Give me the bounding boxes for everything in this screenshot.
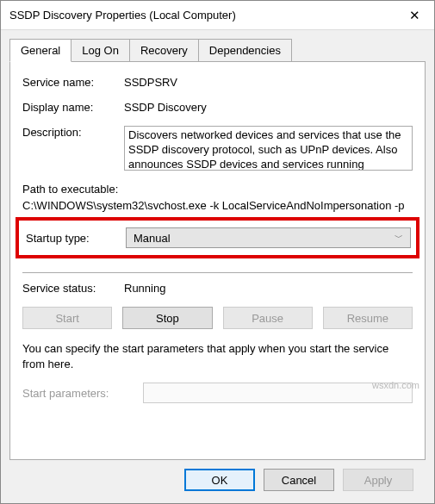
tab-panel-general: Service name: SSDPSRV Display name: SSDP… (9, 61, 426, 460)
close-button[interactable]: ✕ (395, 1, 434, 30)
startup-type-value: Manual (134, 232, 171, 245)
watermark-text: wsxdn.com (372, 380, 419, 390)
chevron-down-icon: ﹀ (395, 232, 403, 244)
window-title: SSDP Discovery Properties (Local Compute… (9, 9, 395, 22)
path-label-row: Path to executable: (22, 183, 413, 196)
cancel-button[interactable]: Cancel (264, 469, 334, 491)
path-value: C:\WINDOWS\system32\svchost.exe -k Local… (22, 199, 413, 212)
titlebar: SSDP Discovery Properties (Local Compute… (1, 1, 434, 30)
display-name-value: SSDP Discovery (124, 101, 413, 114)
pause-button: Pause (223, 307, 313, 329)
properties-window: SSDP Discovery Properties (Local Compute… (0, 0, 435, 504)
tab-log-on[interactable]: Log On (71, 39, 130, 61)
startup-type-label: Startup type: (24, 232, 126, 245)
path-label: Path to executable: (22, 183, 118, 196)
start-button: Start (22, 307, 112, 329)
dialog-footer: OK Cancel Apply (9, 460, 426, 503)
startup-type-dropdown[interactable]: Manual ﹀ (126, 227, 411, 248)
tab-general[interactable]: General (9, 39, 71, 62)
description-row: Description: Discovers networked devices… (22, 126, 413, 171)
service-name-row: Service name: SSDPSRV (22, 76, 413, 89)
service-name-value: SSDPSRV (124, 76, 413, 89)
stop-button[interactable]: Stop (122, 307, 212, 329)
service-status-value: Running (124, 282, 413, 295)
start-params-row: Start parameters: (22, 383, 413, 403)
divider (22, 272, 413, 273)
apply-button: Apply (343, 469, 413, 491)
tab-dependencies[interactable]: Dependencies (198, 39, 292, 61)
content-area: General Log On Recovery Dependencies Ser… (1, 30, 434, 503)
ok-button[interactable]: OK (184, 469, 255, 491)
service-status-label: Service status: (22, 282, 124, 295)
display-name-row: Display name: SSDP Discovery (22, 101, 413, 114)
description-label: Description: (22, 126, 124, 139)
start-params-label: Start parameters: (22, 387, 143, 400)
close-icon: ✕ (409, 8, 420, 23)
service-status-row: Service status: Running (22, 282, 413, 295)
resume-button: Resume (323, 307, 413, 329)
startup-type-highlight: Startup type: Manual ﹀ (16, 217, 419, 258)
display-name-label: Display name: (22, 101, 124, 114)
service-name-label: Service name: (22, 76, 124, 89)
tab-strip: General Log On Recovery Dependencies (9, 39, 426, 61)
description-textbox[interactable]: Discovers networked devices and services… (124, 126, 413, 171)
start-params-hint: You can specify the start parameters tha… (22, 341, 413, 372)
service-control-buttons: Start Stop Pause Resume (22, 307, 413, 329)
tab-recovery[interactable]: Recovery (129, 39, 199, 61)
